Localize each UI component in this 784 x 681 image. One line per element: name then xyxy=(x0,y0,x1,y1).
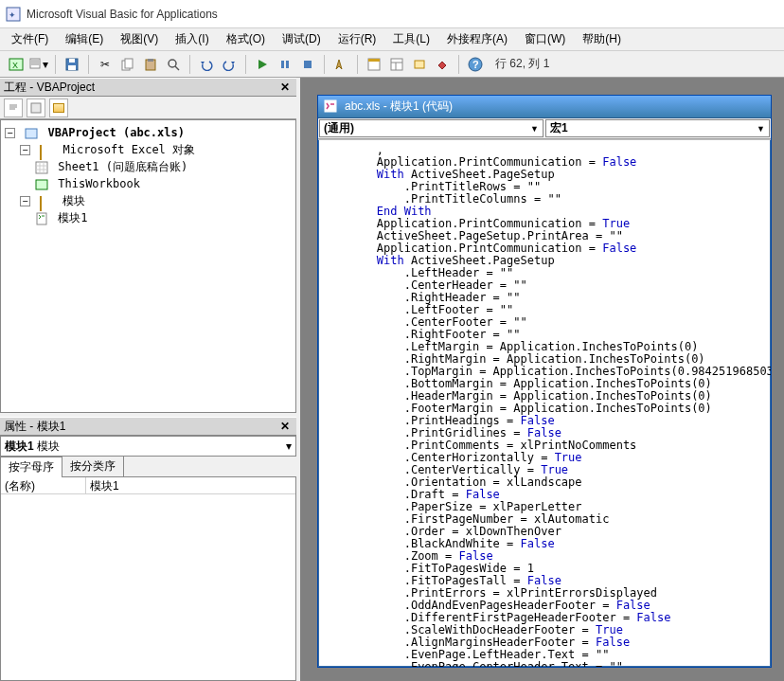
svg-text:?: ? xyxy=(472,59,479,70)
property-row-name[interactable]: (名称) 模块1 xyxy=(1,477,295,494)
menu-addins[interactable]: 外接程序(A) xyxy=(443,29,511,49)
svg-rect-14 xyxy=(281,61,284,68)
project-tree[interactable]: − VBAProject (abc.xls) − Microsoft Excel… xyxy=(0,119,296,413)
svg-rect-18 xyxy=(368,59,380,62)
code-window-titlebar[interactable]: abc.xls - 模块1 (代码) xyxy=(318,96,771,118)
code-window: abc.xls - 模块1 (代码) (通用) ▼ 宏1 ▼ , Applica… xyxy=(317,95,772,668)
tree-module1[interactable]: 模块1 xyxy=(35,209,294,226)
cursor-position-status: 行 62, 列 1 xyxy=(495,56,549,72)
svg-rect-28 xyxy=(36,162,47,173)
toggle-folders-icon[interactable] xyxy=(49,99,68,117)
properties-grid[interactable]: (名称) 模块1 xyxy=(0,477,296,681)
project-icon xyxy=(25,127,38,140)
break-icon[interactable] xyxy=(275,54,295,75)
menu-insert[interactable]: 插入(I) xyxy=(171,29,212,49)
tree-modules-folder[interactable]: − 模块 模块1 xyxy=(20,192,294,226)
cut-icon[interactable]: ✂ xyxy=(95,54,116,75)
workspace: 工程 - VBAProject ✕ − VBAProject (abc.xls)… xyxy=(0,78,784,681)
code-editor[interactable]: , Application.PrintCommunication = False… xyxy=(318,140,771,667)
toolbox-icon[interactable] xyxy=(432,54,453,75)
svg-rect-29 xyxy=(36,180,47,189)
project-explorer-header: 工程 - VBAProject ✕ xyxy=(0,78,296,97)
collapse-icon[interactable]: − xyxy=(20,196,30,206)
standard-toolbar: X ▾ ✂ ? 行 62, 列 1 xyxy=(0,51,784,78)
code-selectors: (通用) ▼ 宏1 ▼ xyxy=(318,118,771,139)
chevron-down-icon: ▼ xyxy=(757,124,765,134)
properties-header: 属性 - 模块1 ✕ xyxy=(0,417,296,436)
menu-window[interactable]: 窗口(W) xyxy=(521,29,569,49)
svg-rect-31 xyxy=(325,100,336,112)
save-icon[interactable] xyxy=(62,54,82,75)
tab-categorized[interactable]: 按分类序 xyxy=(62,456,124,476)
design-mode-icon[interactable] xyxy=(330,54,351,75)
code-window-icon xyxy=(324,99,339,115)
tree-project-root[interactable]: − VBAProject (abc.xls) − Microsoft Excel… xyxy=(5,124,294,226)
svg-rect-15 xyxy=(286,61,289,68)
svg-line-13 xyxy=(175,66,179,70)
svg-rect-22 xyxy=(415,61,424,68)
project-explorer-icon[interactable] xyxy=(364,54,384,75)
project-explorer-title: 工程 - VBAProject xyxy=(4,80,95,96)
run-icon[interactable] xyxy=(252,54,273,75)
svg-rect-7 xyxy=(68,65,76,70)
properties-title: 属性 - 模块1 xyxy=(4,419,65,435)
chevron-down-icon: ▾ xyxy=(286,439,292,453)
insert-module-dropdown-icon[interactable]: ▾ xyxy=(28,54,49,75)
worksheet-icon xyxy=(35,161,48,174)
menu-view[interactable]: 视图(V) xyxy=(116,29,162,49)
object-selector[interactable]: (通用) ▼ xyxy=(319,119,543,137)
project-explorer-close-icon[interactable]: ✕ xyxy=(277,80,293,95)
svg-text:✦: ✦ xyxy=(9,10,16,20)
mdi-area: abc.xls - 模块1 (代码) (通用) ▼ 宏1 ▼ , Applica… xyxy=(300,78,784,681)
view-excel-icon[interactable]: X xyxy=(6,54,27,75)
vba-app-icon: ✦ xyxy=(6,7,21,22)
tab-alphabetic[interactable]: 按字母序 xyxy=(0,457,62,477)
workbook-icon xyxy=(35,178,48,191)
code-window-title: abc.xls - 模块1 (代码) xyxy=(345,99,453,115)
menu-tools[interactable]: 工具(L) xyxy=(389,29,434,49)
svg-rect-25 xyxy=(8,102,19,114)
folder-icon xyxy=(40,195,53,208)
menu-file[interactable]: 文件(F) xyxy=(8,29,52,49)
properties-window-icon[interactable] xyxy=(386,54,407,75)
tree-sheet1[interactable]: Sheet1 (问题底稿台账) xyxy=(35,158,294,175)
procedure-selector[interactable]: 宏1 ▼ xyxy=(545,119,770,137)
redo-icon[interactable] xyxy=(219,54,240,75)
svg-rect-9 xyxy=(125,59,133,68)
find-icon[interactable] xyxy=(163,54,184,75)
svg-point-12 xyxy=(169,60,176,67)
properties-object-selector[interactable]: 模块1 模块 ▾ xyxy=(0,436,296,457)
properties-tabs: 按字母序 按分类序 xyxy=(0,457,296,477)
svg-rect-19 xyxy=(391,59,402,70)
view-object-icon[interactable] xyxy=(27,99,45,117)
module-icon xyxy=(35,212,48,225)
svg-rect-27 xyxy=(26,129,37,138)
menu-bar: 文件(F) 编辑(E) 视图(V) 插入(I) 格式(O) 调试(D) 运行(R… xyxy=(0,28,784,51)
chevron-down-icon: ▼ xyxy=(530,124,539,134)
copy-icon[interactable] xyxy=(117,54,138,75)
collapse-icon[interactable]: − xyxy=(20,145,30,155)
project-explorer-toolbar xyxy=(0,97,296,119)
collapse-icon[interactable]: − xyxy=(5,128,15,138)
undo-icon[interactable] xyxy=(196,54,217,75)
svg-rect-6 xyxy=(69,59,75,63)
svg-rect-16 xyxy=(304,61,312,68)
menu-help[interactable]: 帮助(H) xyxy=(579,29,625,49)
view-code-icon[interactable] xyxy=(4,99,23,117)
svg-rect-26 xyxy=(31,103,41,113)
reset-icon[interactable] xyxy=(297,54,318,75)
menu-debug[interactable]: 调试(D) xyxy=(278,29,325,49)
window-title: Microsoft Visual Basic for Applications xyxy=(27,8,218,21)
folder-icon xyxy=(40,144,53,157)
svg-rect-11 xyxy=(148,59,153,62)
paste-icon[interactable] xyxy=(140,54,161,75)
menu-run[interactable]: 运行(R) xyxy=(334,29,381,49)
help-icon[interactable]: ? xyxy=(465,54,486,75)
property-name-value[interactable]: 模块1 xyxy=(86,477,295,493)
properties-close-icon[interactable]: ✕ xyxy=(277,419,293,434)
tree-excel-objects-folder[interactable]: − Microsoft Excel 对象 Sheet1 (问题底稿台账) xyxy=(20,141,294,192)
object-browser-icon[interactable] xyxy=(409,54,430,75)
menu-format[interactable]: 格式(O) xyxy=(223,29,269,49)
tree-thisworkbook[interactable]: ThisWorkbook xyxy=(35,175,294,192)
menu-edit[interactable]: 编辑(E) xyxy=(62,29,107,49)
